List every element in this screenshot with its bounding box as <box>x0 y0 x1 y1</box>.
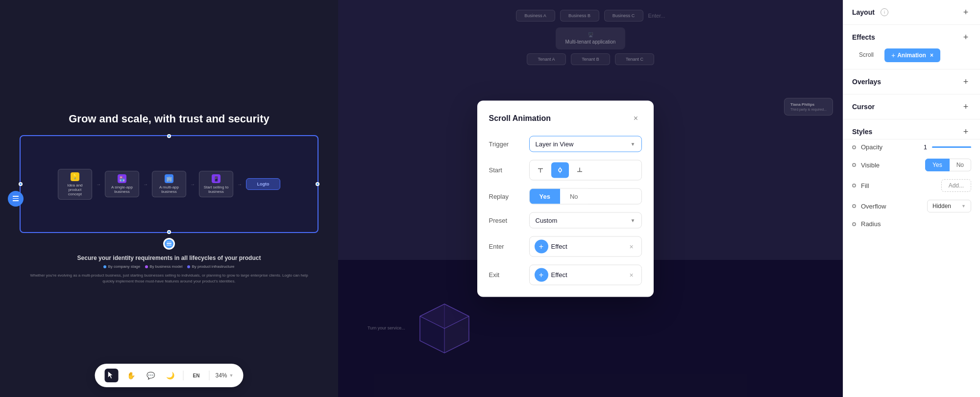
cursor-header: Cursor + <box>852 101 971 112</box>
start-row: Start <box>489 160 642 180</box>
canvas-subtitle: Secure your identity requirements in all… <box>20 255 318 261</box>
lang-tool[interactable]: EN <box>190 369 203 382</box>
start-buttons <box>529 160 642 180</box>
layout-section-header[interactable]: Layout i + <box>852 7 971 18</box>
preset-arrow: ▼ <box>631 217 636 223</box>
animation-tab-plus: + <box>891 51 895 59</box>
preset-dropdown[interactable]: Custom ▼ <box>529 212 642 228</box>
opacity-slider[interactable] <box>932 146 971 148</box>
start-label: Start <box>489 166 523 174</box>
opacity-label: Opacity <box>861 143 919 151</box>
canvas-tags: By company stage By business model By pr… <box>10 264 328 269</box>
styles-title: Styles <box>852 128 872 136</box>
canvas-left: Grow and scale, with trust and security … <box>0 0 338 397</box>
fill-add-btn[interactable]: Add... <box>941 179 971 192</box>
cursor-add-btn[interactable]: + <box>960 101 971 112</box>
visible-yes-btn[interactable]: Yes <box>925 159 950 171</box>
chat-tool[interactable]: 💬 <box>144 369 158 382</box>
visible-row: Visible Yes No <box>843 155 980 175</box>
radius-row: Radius <box>843 216 980 232</box>
trigger-dropdown[interactable]: Layer in View ▼ <box>529 136 642 152</box>
exit-effect-box: + Effect × <box>529 264 642 285</box>
exit-row: Exit + Effect × <box>489 264 642 285</box>
effects-add-btn[interactable]: + <box>960 32 971 43</box>
toolbar-divider <box>183 371 184 380</box>
fill-dot <box>852 184 856 187</box>
animation-tab[interactable]: + Animation × <box>884 48 940 62</box>
replay-yes-btn[interactable]: Yes <box>530 188 560 204</box>
flow-card-2: 🏪 A single-app business <box>105 171 139 197</box>
start-btn-bottom[interactable] <box>571 162 588 178</box>
layout-add-btn[interactable]: + <box>960 7 971 18</box>
trigger-arrow: ▼ <box>631 141 636 146</box>
arch-card-tenant-c: Tenant C <box>615 53 654 65</box>
replay-no-btn[interactable]: No <box>560 188 588 204</box>
effects-section: Effects + Scroll + Animation × <box>843 25 980 70</box>
overflow-label: Overflow <box>861 203 922 210</box>
modal-close-button[interactable]: × <box>630 112 642 124</box>
exit-effect-add[interactable]: + <box>535 268 548 281</box>
enter-effect-add[interactable]: + <box>535 239 548 253</box>
modal-header: Scroll Animation × <box>489 112 642 124</box>
layout-info-icon[interactable]: i <box>881 8 888 16</box>
scroll-tab[interactable]: Scroll <box>852 48 881 62</box>
flow-diagram: 💡 Idea and product concept → 🏪 A single-… <box>20 135 318 233</box>
modal-title: Scroll Animation <box>489 114 551 122</box>
nav-menu-icon[interactable] <box>8 191 24 207</box>
enter-effect-label: Effect <box>551 243 624 250</box>
start-btn-center[interactable] <box>551 162 569 178</box>
visible-no-btn[interactable]: No <box>950 159 971 171</box>
canvas-right: Business A Business B Business C Enter..… <box>338 0 843 397</box>
scroll-animation-modal-overlay: Scroll Animation × Trigger Layer in View… <box>477 100 654 297</box>
overlays-title: Overlays <box>852 78 881 86</box>
layout-section: Layout i + <box>843 0 980 25</box>
styles-add-btn[interactable]: + <box>960 126 971 137</box>
selection-handle-right[interactable] <box>316 182 319 186</box>
toolbar: ✋ 💬 🌙 EN 34% ▼ <box>95 364 244 387</box>
arch-card-tenant-a: Tenant A <box>527 53 566 65</box>
selection-handle-left[interactable] <box>19 182 23 186</box>
overlays-header[interactable]: Overlays + <box>852 76 971 87</box>
selection-handle-bottom[interactable] <box>167 230 171 234</box>
animation-tab-label: Animation <box>897 52 926 59</box>
replay-label: Replay <box>489 192 523 200</box>
enter-row: Enter + Effect × <box>489 236 642 257</box>
tag-business: By business model <box>145 264 182 269</box>
exit-effect-close[interactable]: × <box>627 270 637 280</box>
styles-header[interactable]: Styles + <box>852 126 971 137</box>
zoom-control[interactable]: 34% ▼ <box>216 372 234 379</box>
cursor-tool[interactable] <box>105 369 119 382</box>
cursor-title: Cursor <box>852 103 875 111</box>
effects-section-header[interactable]: Effects + <box>852 32 971 43</box>
canvas-description: Whether you're evolving as a multi-produ… <box>10 273 328 284</box>
exit-effect-label: Effect <box>551 271 624 279</box>
moon-tool[interactable]: 🌙 <box>164 369 177 382</box>
overlays-add-btn[interactable]: + <box>960 76 971 87</box>
right-sidebar: Layout i + Effects + Scroll + Animation … <box>843 0 980 397</box>
cursor-section: Cursor + <box>843 94 980 119</box>
arch-card-main: 🖥️ Multi-tenant application <box>556 27 626 49</box>
visible-toggle: Yes No <box>925 159 971 171</box>
progress-handle[interactable] <box>163 238 175 250</box>
overflow-arrow: ▼ <box>961 204 966 209</box>
overflow-dot <box>852 204 856 208</box>
overflow-dropdown[interactable]: Hidden ▼ <box>927 200 971 212</box>
toolbar-divider-2 <box>209 371 210 380</box>
arch-card-business-c: Business C <box>604 10 643 22</box>
overlays-section: Overlays + <box>843 70 980 94</box>
start-btn-top[interactable] <box>532 162 549 178</box>
preset-value: Custom <box>536 216 558 224</box>
replay-row: Replay Yes No <box>489 188 642 204</box>
canvas-heading: Grow and scale, with trust and security <box>10 113 328 125</box>
hand-tool[interactable]: ✋ <box>124 369 138 382</box>
enter-effect-close[interactable]: × <box>627 241 637 251</box>
user-card: Tiana Philips Third party is required... <box>784 98 833 116</box>
animation-tab-close[interactable]: × <box>930 52 933 59</box>
arch-card-tenant-b: Tenant B <box>571 53 610 65</box>
canvas-right-text: Turn your service... <box>368 325 405 332</box>
radius-label: Radius <box>861 220 971 228</box>
flow-card-1: 💡 Idea and product concept <box>58 169 92 200</box>
styles-section: Styles + <box>843 119 980 140</box>
selection-handle-top[interactable] <box>167 134 171 138</box>
layout-title: Layout <box>852 8 875 16</box>
